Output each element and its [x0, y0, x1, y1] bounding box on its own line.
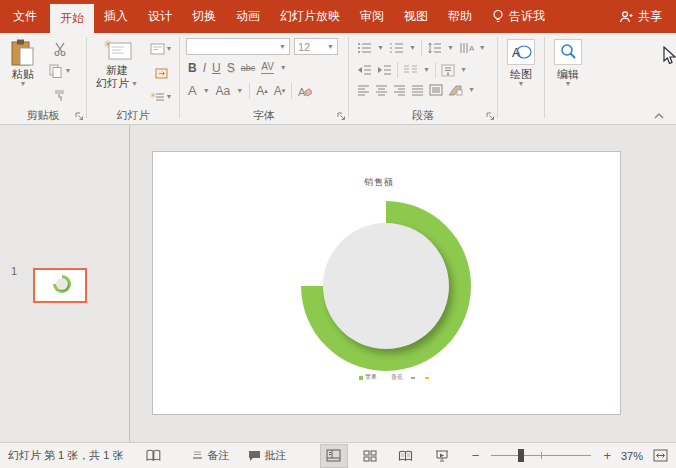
format-painter-button[interactable]: [48, 85, 72, 105]
text-direction-button[interactable]: A: [459, 42, 474, 54]
slide[interactable]: 销售额 苹果 香蕉: [152, 151, 621, 415]
slide-thumbnail-number: 1: [11, 265, 17, 277]
align-right-button[interactable]: [393, 85, 406, 96]
zoom-out-button[interactable]: −: [472, 448, 480, 463]
ribbon-group-slides: ✳ 新建 幻灯片 ▼ ▼ ✳ ▼: [87, 33, 179, 124]
tab-view[interactable]: 视图: [394, 0, 438, 33]
italic-button[interactable]: I: [203, 62, 206, 74]
font-color-caret-icon: ▼: [203, 88, 210, 94]
text-shadow-button[interactable]: S: [227, 62, 235, 74]
zoom-slider-thumb[interactable]: [518, 449, 524, 462]
clear-formatting-button[interactable]: A: [298, 85, 312, 98]
comments-icon: [248, 450, 261, 462]
new-slide-button[interactable]: ✳ 新建 幻灯片 ▼: [90, 38, 144, 90]
tab-review[interactable]: 审阅: [350, 0, 394, 33]
slide-sorter-view-button[interactable]: [357, 445, 383, 467]
tab-insert[interactable]: 插入: [94, 0, 138, 33]
smartart-caret-icon: ▼: [468, 87, 475, 93]
svg-text:A: A: [469, 44, 474, 53]
fit-to-window-button[interactable]: [653, 449, 668, 462]
section-button[interactable]: ✳ ▼: [147, 87, 175, 107]
align-left-button[interactable]: [357, 85, 370, 96]
slideshow-view-button[interactable]: [429, 445, 455, 467]
ribbon-group-editing: 编辑 ▼: [545, 33, 591, 124]
align-text-caret-icon: ▼: [460, 67, 467, 73]
doughnut-chart-object[interactable]: 销售额 苹果 香蕉: [153, 152, 620, 414]
legend-item: 苹果: [359, 373, 377, 382]
legend-label: 香蕉: [391, 373, 403, 382]
character-spacing-button[interactable]: AV: [261, 61, 274, 74]
tab-home[interactable]: 开始: [50, 4, 94, 33]
copy-button[interactable]: ▼: [48, 61, 72, 81]
justify-button[interactable]: [411, 85, 424, 96]
bold-button[interactable]: B: [188, 62, 197, 74]
editing-button[interactable]: 编辑 ▼: [550, 39, 586, 87]
normal-view-button[interactable]: [321, 445, 347, 467]
font-color-button[interactable]: A: [188, 85, 197, 97]
change-case-caret-icon: ▼: [236, 88, 243, 94]
font-size-combo[interactable]: 12 ▼: [294, 38, 338, 55]
grow-font-button[interactable]: A▴: [256, 85, 268, 97]
shrink-font-button[interactable]: A▾: [274, 85, 286, 97]
zoom-in-button[interactable]: +: [603, 448, 611, 463]
lightbulb-icon: [492, 9, 504, 24]
underline-button[interactable]: U: [212, 62, 221, 74]
tab-help[interactable]: 帮助: [438, 0, 482, 33]
numbering-button[interactable]: [389, 42, 404, 54]
new-slide-caret-icon: ▼: [131, 81, 138, 87]
paste-caret-icon: ▼: [20, 81, 27, 87]
tab-animations[interactable]: 动画: [226, 0, 270, 33]
legend-marker-icon: [385, 376, 389, 380]
ribbon-group-font: ▼ 12 ▼ B I U S abc AV ▼ A ▼ Aa ▼ A▴: [180, 33, 348, 124]
increase-indent-button[interactable]: [377, 64, 392, 76]
section-caret-icon: ▼: [166, 94, 173, 100]
distribute-button[interactable]: [429, 84, 443, 96]
tell-me-label: 告诉我: [509, 8, 545, 25]
notes-button[interactable]: 备注: [191, 448, 230, 463]
editing-icon: [554, 39, 582, 65]
tab-slideshow[interactable]: 幻灯片放映: [270, 0, 350, 33]
legend-marker-icon: [359, 376, 363, 380]
layout-button[interactable]: ▼: [147, 39, 175, 59]
text-direction-caret-icon: ▼: [479, 45, 486, 51]
legend-marker-icon: [411, 377, 415, 379]
drawing-button[interactable]: A 绘图 ▼: [503, 39, 539, 87]
align-center-button[interactable]: [375, 85, 388, 96]
clipboard-dialog-launcher[interactable]: [75, 112, 84, 121]
comments-label: 批注: [265, 448, 287, 463]
font-group-label: 字体: [180, 108, 348, 123]
comments-button[interactable]: 批注: [248, 448, 287, 463]
share-button[interactable]: 共享: [638, 8, 662, 25]
font-dialog-launcher[interactable]: [337, 112, 346, 121]
columns-button[interactable]: [403, 64, 418, 76]
line-spacing-caret-icon: ▼: [447, 45, 454, 51]
zoom-slider[interactable]: [491, 455, 591, 456]
proofing-button[interactable]: [146, 449, 161, 462]
cut-button[interactable]: [48, 39, 72, 59]
line-spacing-button[interactable]: [427, 42, 442, 54]
paste-button[interactable]: 粘贴 ▼: [5, 38, 41, 87]
slide-thumbnail[interactable]: [33, 268, 87, 303]
paragraph-dialog-launcher[interactable]: [486, 112, 495, 121]
share-person-icon: [619, 10, 633, 24]
chart-title: 销售额: [153, 176, 605, 189]
tab-transitions[interactable]: 切换: [182, 0, 226, 33]
change-case-button[interactable]: Aa: [216, 85, 231, 97]
bullets-button[interactable]: [357, 42, 372, 54]
zoom-level[interactable]: 37%: [621, 450, 643, 462]
font-size-value: 12: [298, 41, 310, 53]
collapse-ribbon-button[interactable]: [654, 112, 664, 120]
strikethrough-button[interactable]: abc: [241, 62, 256, 74]
paste-clipboard-icon: [10, 38, 36, 68]
tab-design[interactable]: 设计: [138, 0, 182, 33]
reading-view-button[interactable]: [393, 445, 419, 467]
decrease-indent-button[interactable]: [357, 64, 372, 76]
font-name-caret-icon: ▼: [279, 44, 286, 50]
font-name-combo[interactable]: ▼: [186, 38, 290, 55]
align-text-button[interactable]: [441, 64, 455, 77]
slide-thumbnail-panel: 1: [0, 125, 130, 442]
tab-file[interactable]: 文件: [0, 0, 50, 33]
reset-button[interactable]: [147, 63, 175, 83]
smartart-convert-button[interactable]: [448, 84, 463, 96]
tell-me-button[interactable]: 告诉我: [482, 0, 555, 33]
